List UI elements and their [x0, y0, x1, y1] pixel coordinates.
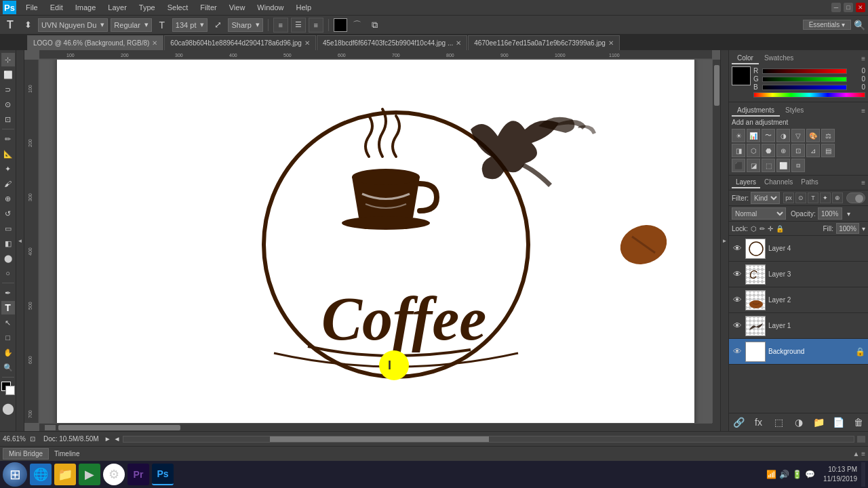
tab-swatches[interactable]: Swatches	[759, 53, 799, 64]
adj-panel-menu[interactable]: ≡	[861, 107, 865, 115]
layer-1-eye[interactable]: 👁	[732, 321, 743, 331]
menu-help[interactable]: Help	[290, 2, 317, 13]
start-button[interactable]: ⊞	[3, 462, 27, 487]
battery-icon[interactable]: 🔋	[792, 470, 802, 479]
quick-mask-icon[interactable]: ⬤	[2, 402, 14, 415]
layer-item-3[interactable]: 👁 C Layer 3	[729, 262, 868, 287]
eraser-tool[interactable]: ▭	[1, 222, 15, 235]
align-left-btn[interactable]: ≡	[273, 18, 288, 33]
brush-tool[interactable]: 🖌	[1, 177, 15, 190]
layer-bg-eye[interactable]: 👁	[732, 346, 743, 357]
restore-btn[interactable]: □	[844, 3, 853, 12]
font-family-dropdown[interactable]: UVN Nguyen Du▾	[38, 18, 108, 32]
menu-image[interactable]: Image	[70, 2, 102, 13]
canvas-viewport[interactable]: Coffee	[39, 60, 712, 423]
h-scrollbar[interactable]	[39, 423, 712, 431]
menu-type[interactable]: Type	[134, 2, 161, 13]
close-btn[interactable]: ✕	[856, 3, 865, 12]
essentials-dropdown[interactable]: Essentials ▾	[803, 20, 851, 30]
adj-hsl-icon[interactable]: 🎨	[806, 129, 820, 142]
h-scroll-thumb[interactable]	[58, 425, 180, 430]
tab-2-close[interactable]: ✕	[456, 39, 461, 47]
adj-colbalance-icon[interactable]: ⚖	[821, 129, 835, 142]
new-adj-layer-btn[interactable]: ◑	[792, 415, 806, 429]
layer-item-2[interactable]: 👁 Layer 2	[729, 287, 868, 313]
adj-photo-filter-icon[interactable]: ⬡	[747, 144, 760, 157]
adj-brightness2-icon[interactable]: ◪	[747, 159, 760, 172]
layer-item-1[interactable]: 👁 Layer 1	[729, 313, 868, 339]
clone-tool[interactable]: ⊕	[1, 192, 15, 205]
tab-layers[interactable]: Layers	[732, 177, 760, 188]
menu-file[interactable]: File	[20, 2, 43, 13]
menu-view[interactable]: View	[224, 2, 251, 13]
layer-2-eye[interactable]: 👁	[732, 295, 743, 306]
msg-icon[interactable]: 💬	[805, 470, 815, 479]
marquee-tool[interactable]: ⬜	[1, 68, 15, 81]
new-group-btn[interactable]: 📁	[812, 415, 825, 429]
tab-mini-bridge[interactable]: Mini Bridge	[3, 448, 49, 460]
tab-1[interactable]: 60ca98b604b1e889644d2904178a6d96.jpg ✕	[164, 35, 316, 50]
v-scrollbar[interactable]	[712, 60, 720, 423]
history-brush-tool[interactable]: ↺	[1, 207, 15, 220]
menu-filter[interactable]: Filter	[195, 2, 222, 13]
warp-text-icon[interactable]: ⌒	[350, 18, 365, 33]
media-player-icon[interactable]: ▶	[79, 464, 100, 485]
adj-posterize-icon[interactable]: ⊡	[791, 144, 805, 157]
adj-curves-icon[interactable]: 〜	[762, 129, 775, 142]
align-center-btn[interactable]: ☰	[291, 18, 306, 33]
photoshop-taskbar-icon[interactable]: Ps	[152, 464, 174, 485]
lock-image-icon[interactable]: ✏	[760, 225, 765, 232]
b-slider[interactable]	[762, 85, 847, 90]
bottom-panel-menu[interactable]: ▲ ≡	[852, 450, 865, 458]
color-panel-menu[interactable]: ≡	[861, 55, 865, 62]
background-color[interactable]	[5, 386, 15, 395]
bottom-h-scroll[interactable]	[123, 436, 854, 443]
align-right-btn[interactable]: ≡	[309, 18, 323, 33]
tab-logo[interactable]: LOGO @ 46.6% (Background, RGB/8) ✕	[27, 35, 163, 50]
menu-layer[interactable]: Layer	[102, 2, 132, 13]
layer-effects-btn[interactable]: fx	[752, 415, 766, 429]
opacity-arrow[interactable]: ▾	[844, 209, 854, 218]
adj-levels2-icon[interactable]: ⬚	[762, 159, 775, 172]
quick-select-tool[interactable]: ⊙	[1, 98, 15, 111]
adj-curves2-icon[interactable]: ⬜	[776, 159, 790, 172]
anti-alias-dropdown[interactable]: Sharp▾	[228, 18, 262, 32]
file-explorer-icon[interactable]: 📁	[54, 464, 76, 485]
adj-gradient-map-icon[interactable]: ▤	[821, 144, 835, 157]
ie-icon[interactable]: 🌐	[30, 464, 52, 485]
tab-styles[interactable]: Styles	[780, 105, 809, 117]
layer-item-background[interactable]: 👁 Background 🔒	[729, 339, 868, 365]
menu-edit[interactable]: Edit	[45, 2, 68, 13]
clock[interactable]: 10:13 PM 11/19/2019	[823, 465, 857, 484]
filter-type-select[interactable]: Kind	[751, 192, 780, 204]
tab-3[interactable]: 4670ee116e7ed15a0a71e9b6c73999a6.jpg ✕	[468, 35, 620, 50]
blend-mode-select[interactable]: Normal	[732, 207, 786, 220]
zoom-tool[interactable]: 🔍	[1, 361, 15, 374]
new-layer-btn[interactable]: 📄	[832, 415, 846, 429]
tab-adjustments[interactable]: Adjustments	[732, 105, 780, 117]
r-slider[interactable]	[762, 68, 847, 74]
font-style-dropdown[interactable]: Regular▾	[111, 18, 152, 32]
delete-layer-btn[interactable]: 🗑	[852, 415, 865, 429]
left-collapse-btn[interactable]: ◄	[16, 50, 24, 431]
move-tool[interactable]: ⊹	[1, 53, 15, 66]
adj-exposure-icon[interactable]: ◑	[776, 129, 790, 142]
tab-channels[interactable]: Channels	[760, 177, 797, 188]
volume-icon[interactable]: 🔊	[779, 470, 789, 479]
eyedropper-tool[interactable]: ✏	[1, 132, 15, 146]
path-select-tool[interactable]: ↖	[1, 316, 15, 329]
chrome-icon[interactable]: ⚙	[103, 464, 125, 485]
filter-adj-icon[interactable]: ⊙	[795, 192, 806, 203]
color-spectrum[interactable]	[753, 92, 865, 98]
filter-px-icon[interactable]: px	[783, 192, 794, 203]
shape-tool[interactable]: □	[1, 331, 15, 344]
ruler-tool[interactable]: 📐	[1, 147, 15, 161]
premiere-icon[interactable]: Pr	[127, 464, 149, 485]
network-icon[interactable]: 📶	[766, 470, 776, 479]
add-mask-btn[interactable]: ⬚	[772, 415, 785, 429]
filter-toggle[interactable]	[846, 192, 865, 203]
status-arrow-left[interactable]: ◄	[114, 435, 121, 443]
lock-all-icon[interactable]: 🔒	[776, 225, 784, 232]
color-swatches[interactable]	[1, 382, 15, 398]
zoom-indicator-btn[interactable]: ⊡	[27, 434, 38, 445]
